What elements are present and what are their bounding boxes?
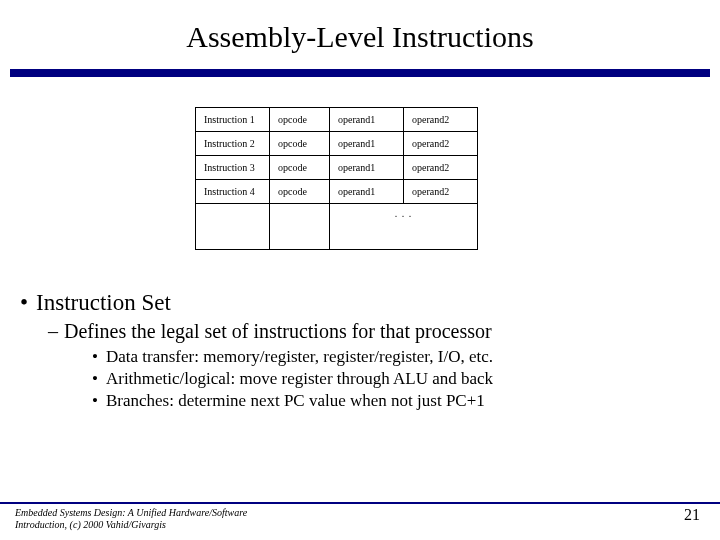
- bullet-level3-text: Branches: determine next PC value when n…: [106, 391, 485, 410]
- content-block: •Instruction Set –Defines the legal set …: [0, 290, 720, 411]
- bullet-level3: •Data transfer: memory/register, registe…: [92, 347, 720, 367]
- cell-opcode: opcode: [270, 180, 330, 204]
- cell-instruction: Instruction 3: [196, 156, 270, 180]
- cell-operand1: operand1: [330, 156, 404, 180]
- cell-blank: [196, 204, 270, 250]
- cell-operand1: operand1: [330, 180, 404, 204]
- bullet-level2: –Defines the legal set of instructions f…: [48, 320, 720, 343]
- cell-instruction: Instruction 2: [196, 132, 270, 156]
- cell-opcode: opcode: [270, 108, 330, 132]
- footer-page-number: 21: [684, 506, 700, 524]
- bullet-level3: •Arithmetic/logical: move register throu…: [92, 369, 720, 389]
- table-row: Instruction 2 opcode operand1 operand2: [196, 132, 478, 156]
- table-row-ellipsis: . . .: [196, 204, 478, 250]
- slide-title: Assembly-Level Instructions: [0, 0, 720, 69]
- cell-operand2: operand2: [404, 108, 478, 132]
- dash-icon: –: [48, 320, 58, 342]
- cell-instruction: Instruction 4: [196, 180, 270, 204]
- bullet-icon: •: [20, 290, 28, 315]
- bullet-level1: •Instruction Set: [20, 290, 720, 316]
- dot-icon: •: [92, 391, 98, 410]
- cell-operand2: operand2: [404, 156, 478, 180]
- table-row: Instruction 1 opcode operand1 operand2: [196, 108, 478, 132]
- table-row: Instruction 3 opcode operand1 operand2: [196, 156, 478, 180]
- dot-icon: •: [92, 347, 98, 366]
- title-rule: [10, 69, 710, 77]
- bullet-level2-text: Defines the legal set of instructions fo…: [64, 320, 492, 342]
- cell-blank: [270, 204, 330, 250]
- bullet-level1-text: Instruction Set: [36, 290, 171, 315]
- cell-opcode: opcode: [270, 132, 330, 156]
- cell-operand1: operand1: [330, 132, 404, 156]
- table-row: Instruction 4 opcode operand1 operand2: [196, 180, 478, 204]
- instruction-table: Instruction 1 opcode operand1 operand2 I…: [195, 107, 478, 250]
- cell-instruction: Instruction 1: [196, 108, 270, 132]
- bullet-level3-text: Arithmetic/logical: move register throug…: [106, 369, 493, 388]
- cell-operand2: operand2: [404, 132, 478, 156]
- cell-operand2: operand2: [404, 180, 478, 204]
- footer: Embedded Systems Design: A Unified Hardw…: [0, 502, 720, 530]
- cell-opcode: opcode: [270, 156, 330, 180]
- dot-icon: •: [92, 369, 98, 388]
- footer-credit: Embedded Systems Design: A Unified Hardw…: [15, 507, 255, 530]
- bullet-level3: •Branches: determine next PC value when …: [92, 391, 720, 411]
- bullet-level3-text: Data transfer: memory/register, register…: [106, 347, 493, 366]
- cell-ellipsis: . . .: [330, 204, 478, 250]
- cell-operand1: operand1: [330, 108, 404, 132]
